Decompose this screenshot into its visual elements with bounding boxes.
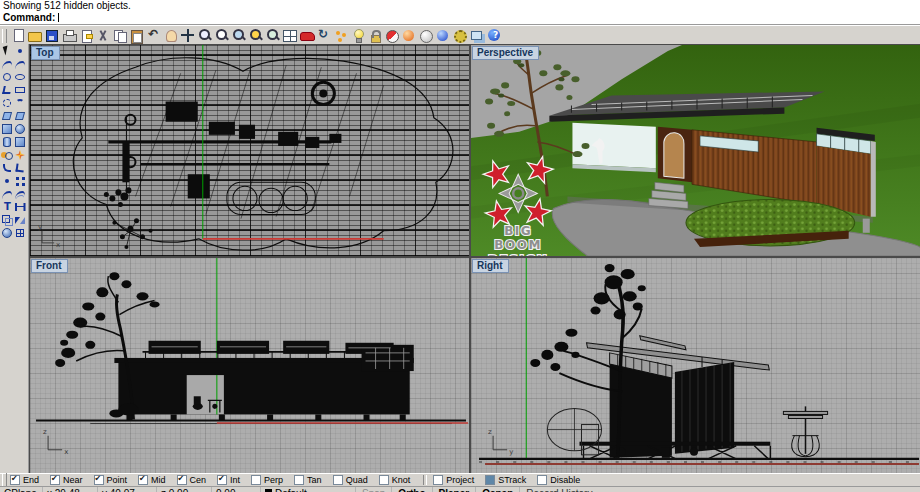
- move-icon[interactable]: [180, 28, 196, 43]
- boolean-tool-icon[interactable]: [1, 149, 13, 161]
- zoom-window-icon[interactable]: [214, 28, 230, 43]
- lightbulb-icon[interactable]: [350, 28, 366, 43]
- mesh-tool-icon[interactable]: [1, 110, 13, 122]
- tube-tool-icon[interactable]: [1, 136, 13, 148]
- osnap-int-toggle[interactable]: Int: [217, 475, 240, 485]
- spiral-tool-icon[interactable]: [1, 97, 13, 109]
- arc-tool-icon[interactable]: [14, 97, 26, 109]
- checkbox-icon[interactable]: [94, 475, 104, 485]
- viewport-tab-right[interactable]: Right: [472, 259, 509, 273]
- checkbox-icon[interactable]: [138, 475, 148, 485]
- osnap-end-toggle[interactable]: End: [10, 475, 39, 485]
- perspective-render-drawing[interactable]: BIG BOOM DESIGN: [471, 45, 920, 256]
- fillet-tool-icon[interactable]: [1, 162, 13, 174]
- status-pane-planar[interactable]: Planar: [433, 487, 477, 492]
- pan-icon[interactable]: [163, 28, 179, 43]
- top-plan-drawing[interactable]: y x: [30, 45, 469, 256]
- undo-icon[interactable]: [146, 28, 162, 43]
- checkbox-icon[interactable]: [333, 475, 343, 485]
- mirror-tool-icon[interactable]: [14, 214, 26, 226]
- checkbox-icon[interactable]: [294, 475, 304, 485]
- osnap-toggle-icon[interactable]: [333, 28, 349, 43]
- polyline-tool-icon[interactable]: [1, 84, 13, 96]
- curve-tool-icon[interactable]: [1, 58, 13, 70]
- osnap-tan-toggle[interactable]: Tan: [294, 475, 322, 485]
- curve-edit-tool-icon[interactable]: [1, 188, 13, 200]
- lock-icon[interactable]: [367, 28, 383, 43]
- point-tool-icon[interactable]: [14, 45, 26, 57]
- osnap-point-toggle[interactable]: Point: [94, 475, 128, 485]
- osnap-mid-toggle[interactable]: Mid: [138, 475, 166, 485]
- osnap-project-toggle[interactable]: Project: [433, 475, 474, 485]
- osnap-knot-toggle[interactable]: Knot: [379, 475, 411, 485]
- osnap-perp-toggle[interactable]: Perp: [251, 475, 283, 485]
- array-tool-icon[interactable]: [14, 175, 26, 187]
- explode-tool-icon[interactable]: [14, 149, 26, 161]
- curve-interp-tool-icon[interactable]: [14, 58, 26, 70]
- checkbox-icon[interactable]: [217, 475, 227, 485]
- gear-options-icon[interactable]: [452, 28, 468, 43]
- rectangle-tool-icon[interactable]: [14, 84, 26, 96]
- save-icon[interactable]: [44, 28, 60, 43]
- front-elevation-drawing[interactable]: z x: [30, 258, 469, 474]
- solid-union-tool-icon[interactable]: [14, 136, 26, 148]
- shade-toggle-icon[interactable]: [384, 28, 400, 43]
- zoom-dynamic-icon[interactable]: [231, 28, 247, 43]
- osnap-disable-toggle[interactable]: Disable: [537, 475, 580, 485]
- copy-page-icon[interactable]: [78, 28, 94, 43]
- zoom-icon[interactable]: [197, 28, 213, 43]
- sphere-tool-icon[interactable]: [14, 123, 26, 135]
- status-pane-snap[interactable]: Snap: [356, 487, 392, 492]
- group-tool-icon[interactable]: [1, 214, 13, 226]
- status-pane-ortho[interactable]: Ortho: [392, 487, 432, 492]
- checkbox-icon[interactable]: [10, 475, 20, 485]
- right-elevation-drawing[interactable]: z y: [471, 258, 920, 474]
- viewport-perspective[interactable]: Perspective: [470, 44, 920, 257]
- checkbox-icon[interactable]: [537, 475, 547, 485]
- current-layer-pane[interactable]: Default: [261, 487, 356, 492]
- osnap-bar-grip[interactable]: [2, 473, 7, 487]
- cplane-pane[interactable]: CPlane: [0, 487, 43, 492]
- new-icon[interactable]: [10, 28, 26, 43]
- viewport-top[interactable]: Top: [29, 44, 470, 257]
- open-icon[interactable]: [27, 28, 43, 43]
- chamfer-tool-icon[interactable]: [14, 162, 26, 174]
- paste-icon[interactable]: [129, 28, 145, 43]
- checkbox-icon[interactable]: [50, 475, 60, 485]
- rendered-display-icon[interactable]: [435, 28, 451, 43]
- checkbox-icon[interactable]: [485, 475, 495, 485]
- offset-tool-icon[interactable]: [14, 188, 26, 200]
- viewport-right[interactable]: Right: [470, 257, 920, 475]
- viewport-tab-perspective[interactable]: Perspective: [472, 46, 539, 60]
- shaded-display-icon[interactable]: [401, 28, 417, 43]
- viewport-front[interactable]: Front: [29, 257, 470, 475]
- text-tool-icon[interactable]: [1, 201, 13, 213]
- copy-icon[interactable]: [112, 28, 128, 43]
- zoom-extents-icon[interactable]: [265, 28, 281, 43]
- checkbox-icon[interactable]: [177, 475, 187, 485]
- status-pane-osnap[interactable]: Osnap: [476, 487, 520, 492]
- circle-tool-icon[interactable]: [1, 71, 13, 83]
- blob-tool-icon[interactable]: [1, 175, 13, 187]
- command-area[interactable]: Showing 512 hidden objects. Command:: [0, 0, 920, 25]
- status-pane-record-history[interactable]: Record History: [520, 487, 598, 492]
- viewport-layout-icon[interactable]: [282, 28, 298, 43]
- checkbox-icon[interactable]: [379, 475, 389, 485]
- toolbar-grip[interactable]: [2, 29, 7, 43]
- print-icon[interactable]: [61, 28, 77, 43]
- select-tool-icon[interactable]: [1, 45, 13, 57]
- osnap-near-toggle[interactable]: Near: [50, 475, 83, 485]
- command-input-line[interactable]: Command:: [0, 12, 920, 24]
- viewport-tab-front[interactable]: Front: [31, 259, 68, 273]
- osnap-cen-toggle[interactable]: Cen: [177, 475, 207, 485]
- box-tool-icon[interactable]: [1, 123, 13, 135]
- ghosted-display-icon[interactable]: [418, 28, 434, 43]
- named-view-icon[interactable]: [299, 28, 315, 43]
- grid-tool-tool-icon[interactable]: [14, 227, 26, 239]
- render-tool-icon[interactable]: [1, 227, 13, 239]
- osnap-quad-toggle[interactable]: Quad: [333, 475, 368, 485]
- layer-manager-icon[interactable]: [469, 28, 485, 43]
- checkbox-icon[interactable]: [251, 475, 261, 485]
- checkbox-icon[interactable]: [433, 475, 443, 485]
- cut-icon[interactable]: [95, 28, 111, 43]
